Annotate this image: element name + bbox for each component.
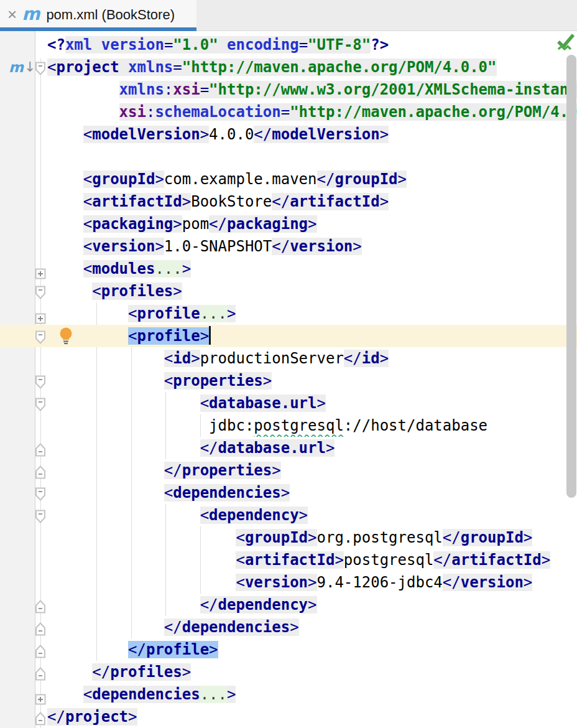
code-line[interactable]: <?xml version="1.0" encoding="UTF-8"?> [0, 34, 577, 56]
code-line[interactable]: xsi:schemaLocation="http://maven.apache.… [0, 101, 577, 123]
intention-bulb-icon[interactable] [58, 327, 75, 347]
code-token: version [101, 36, 164, 54]
code-token: properties [173, 372, 263, 390]
code-token: > [191, 350, 200, 367]
code-editor[interactable]: <?xml version="1.0" encoding="UTF-8"?>m↓… [0, 31, 577, 728]
code-token: ... [200, 305, 227, 322]
fold-collapse-icon[interactable] [35, 642, 46, 661]
indent-spaces [47, 215, 83, 233]
code-line[interactable]: m↓<project xmlns="http://maven.apache.or… [0, 56, 577, 78]
code-line[interactable]: </properties> [0, 459, 577, 482]
code-token: > [209, 641, 218, 658]
code-token: artifactId [451, 551, 542, 569]
fold-collapse-icon[interactable] [35, 597, 46, 616]
code-token: < [83, 260, 92, 278]
code-line-text: <modules...> [47, 258, 577, 280]
fold-collapse-icon[interactable] [35, 463, 46, 482]
code-line[interactable]: </dependencies> [0, 616, 577, 638]
code-token: id [362, 350, 380, 367]
code-line[interactable]: <profile> [0, 325, 577, 347]
code-line[interactable]: jdbc:postgresql://host/database [0, 414, 577, 437]
indent-spaces [47, 506, 200, 524]
code-line[interactable]: </dependency> [0, 594, 577, 616]
inspection-ok-icon[interactable] [556, 32, 576, 54]
code-line[interactable]: <artifactId>postgresql</artifactId> [0, 549, 577, 571]
scrollbar-thumb[interactable] [566, 55, 576, 498]
code-line[interactable]: <profile...> [0, 302, 577, 325]
code-token: "1.0" [173, 36, 218, 54]
fold-collapse-icon[interactable] [35, 60, 46, 78]
fold-collapse-icon[interactable] [35, 508, 46, 526]
code-line[interactable]: <dependencies> [0, 482, 577, 504]
close-tab-icon[interactable]: × [7, 6, 17, 22]
code-line-text: <database.url> [47, 392, 577, 414]
code-line-text: </profiles> [47, 661, 577, 683]
fold-collapse-icon[interactable] [35, 665, 46, 683]
code-line[interactable]: </profiles> [0, 661, 577, 683]
text-caret [209, 326, 211, 345]
fold-expand-icon[interactable] [35, 263, 46, 280]
indent-spaces [47, 282, 92, 300]
code-token: > [155, 170, 164, 188]
code-token: dependency [218, 596, 308, 614]
fold-collapse-icon[interactable] [35, 284, 46, 302]
fold-expand-icon[interactable] [35, 308, 46, 325]
code-line[interactable]: <artifactId>BookStore</artifactId> [0, 190, 577, 213]
code-line[interactable]: <groupId>com.example.maven</groupId> [0, 168, 577, 190]
indent-spaces [47, 641, 128, 658]
code-token: > [227, 305, 236, 322]
code-token: </ [344, 350, 362, 367]
code-token: packaging [227, 215, 308, 233]
code-line[interactable]: <properties> [0, 370, 577, 392]
fold-collapse-icon[interactable] [35, 709, 46, 728]
code-token: < [164, 350, 173, 367]
code-token: version [245, 574, 308, 591]
code-token: profiles [101, 282, 173, 300]
code-token: </ [272, 193, 290, 210]
code-line[interactable]: <id>productionServer</id> [0, 347, 577, 370]
code-line[interactable]: <version>9.4-1206-jdbc4</version> [0, 571, 577, 594]
code-token: < [200, 506, 209, 524]
code-token: </ [209, 215, 227, 233]
maven-import-icon[interactable]: m↓ [9, 56, 35, 78]
code-token: < [83, 686, 92, 703]
code-line[interactable]: <modules...> [0, 258, 577, 280]
code-token: > [308, 529, 316, 546]
code-token: id [173, 350, 191, 367]
indent-spaces [47, 596, 200, 614]
fold-collapse-icon[interactable] [35, 329, 46, 347]
code-line[interactable] [0, 146, 577, 168]
code-token: profiles [110, 663, 182, 681]
code-line-text: <profiles> [47, 280, 577, 302]
indent-spaces [47, 574, 236, 591]
fold-collapse-icon[interactable] [35, 485, 46, 504]
code-line[interactable]: <groupId>org.postgresql</groupId> [0, 526, 577, 549]
code-line[interactable]: <version>1.0-SNAPSHOT</version> [0, 235, 577, 258]
code-line-text: jdbc:postgresql://host/database [47, 414, 577, 437]
indent-spaces [47, 103, 119, 121]
fold-collapse-icon[interactable] [35, 396, 46, 414]
fold-expand-icon[interactable] [35, 689, 46, 706]
code-line[interactable]: xmlns:xsi="http://www.w3.org/2001/XMLSch… [0, 78, 577, 101]
code-token: </ [128, 641, 146, 658]
code-line[interactable]: <dependencies...> [0, 683, 577, 706]
code-line-text: <project xmlns="http://maven.apache.org/… [47, 56, 577, 78]
code-token: dependencies [173, 484, 280, 502]
tab-pom-xml[interactable]: × m pom.xml (BookStore) [0, 0, 196, 31]
fold-collapse-icon[interactable] [35, 441, 46, 459]
code-line[interactable]: </project> [0, 706, 577, 728]
code-token: < [83, 238, 92, 255]
code-line[interactable]: <dependency> [0, 504, 577, 526]
code-line[interactable]: <modelVersion>4.0.0</modelVersion> [0, 123, 577, 146]
code-line[interactable]: <packaging>pom</packaging> [0, 213, 577, 235]
code-token: > [308, 215, 316, 233]
code-line[interactable]: <database.url> [0, 392, 577, 414]
fold-collapse-icon[interactable] [35, 620, 46, 638]
code-token: ?> [371, 36, 389, 54]
fold-collapse-icon[interactable] [35, 373, 46, 392]
code-line[interactable]: <profiles> [0, 280, 577, 302]
code-token: < [128, 327, 137, 345]
code-line[interactable]: </profile> [0, 638, 577, 661]
code-line[interactable]: </database.url> [0, 437, 577, 459]
code-token: > [272, 462, 280, 479]
